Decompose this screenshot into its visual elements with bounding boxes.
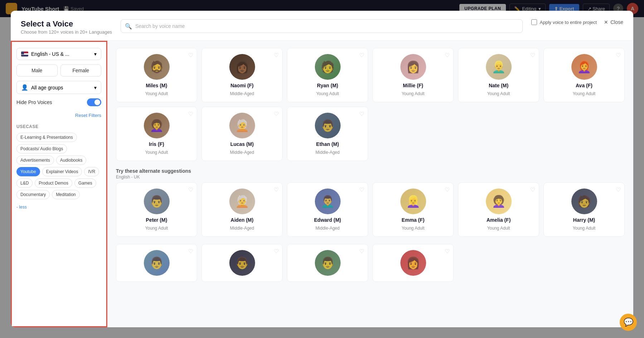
voice-name-naomi: Naomi (F) (230, 83, 254, 88)
voice-avatar-naomi: 👩🏾 (229, 54, 255, 80)
modal-header-right: Apply voice to entire project ✕ Close (531, 19, 624, 25)
voice-card-iris[interactable]: ♡👩‍🦱Iris (F)Young Adult (116, 107, 197, 161)
voice-avatar-amelia: 👩‍🦱 (486, 188, 512, 214)
voice-name-nate: Nate (M) (489, 83, 508, 88)
usecase-tag-audiobooks[interactable]: Audiobooks (56, 156, 87, 165)
usecase-tag-podcasts--audio-blogs[interactable]: Podcasts/ Audio Blogs (16, 144, 67, 153)
usecase-tag-documentary[interactable]: Documentary (16, 190, 50, 199)
heart-button-v3[interactable]: ♡ (359, 248, 364, 255)
heart-button-harry[interactable]: ♡ (616, 186, 621, 193)
voice-card-aiden[interactable]: ♡🧑‍🦳Aiden (M)Middle-Aged (201, 182, 283, 237)
heart-button-ava[interactable]: ♡ (616, 52, 621, 59)
more-voice-grid: ♡👨♡👨♡👨♡👩 (116, 244, 625, 282)
age-icon: 👤 (21, 84, 28, 91)
heart-button-naomi[interactable]: ♡ (274, 52, 279, 59)
heart-button-miles[interactable]: ♡ (188, 52, 193, 59)
close-button[interactable]: ✕ Close (604, 19, 623, 25)
voice-card-v2[interactable]: ♡👨 (201, 244, 283, 282)
suggestions-title: Try these alternate suggestions (116, 168, 625, 174)
usecase-tag-games[interactable]: Games (74, 178, 96, 188)
voice-name-lucas: Lucas (M) (230, 141, 254, 147)
apply-voice-checkbox[interactable] (531, 19, 537, 25)
heart-button-peter[interactable]: ♡ (188, 186, 193, 193)
male-gender-button[interactable]: Male (16, 64, 58, 77)
voice-age-emma: Young Adult (402, 226, 425, 231)
voice-card-miles[interactable]: ♡🧔Miles (M)Young Adult (116, 48, 197, 102)
voice-name-peter: Peter (M) (146, 217, 167, 223)
voice-age-peter: Young Adult (145, 226, 168, 231)
voice-age-iris: Young Adult (145, 150, 168, 155)
usecase-tag-ivr[interactable]: IVR (84, 167, 99, 176)
voice-avatar-harry: 🧑 (571, 188, 597, 214)
voice-card-millie[interactable]: ♡👩Millie (F)Young Adult (372, 48, 454, 102)
voice-card-v4[interactable]: ♡👩 (372, 244, 454, 282)
voice-search-input[interactable] (121, 19, 522, 33)
usecase-tag-advertisements[interactable]: Advertisements (16, 156, 54, 165)
heart-button-emma[interactable]: ♡ (445, 186, 450, 193)
hide-pro-toggle[interactable] (87, 98, 101, 106)
voice-avatar-nate: 👱‍♂️ (486, 54, 512, 80)
reset-filters-link[interactable]: Reset Filters (75, 113, 101, 118)
voice-avatar-ryan: 🧑 (315, 54, 341, 80)
voice-card-ava[interactable]: ♡👩‍🦰Ava (F)Young Adult (543, 48, 625, 102)
voice-age-aiden: Middle-Aged (230, 226, 254, 231)
heart-button-ethan[interactable]: ♡ (359, 111, 364, 117)
age-group-selector[interactable]: 👤 All age groups ▾ (16, 81, 101, 94)
apply-voice-label[interactable]: Apply voice to entire project (531, 19, 597, 25)
less-tags-button[interactable]: - less (16, 203, 27, 211)
usecase-tag-youtube[interactable]: Youtube (16, 167, 40, 176)
voice-card-emma[interactable]: ♡👱‍♀️Emma (F)Young Adult (372, 182, 454, 237)
voice-name-ryan: Ryan (M) (317, 83, 338, 88)
heart-button-aiden[interactable]: ♡ (274, 186, 279, 193)
voice-card-harry[interactable]: ♡🧑Harry (M)Young Adult (543, 182, 625, 237)
chat-bubble-button[interactable]: 💬 (620, 314, 637, 331)
heart-button-v2[interactable]: ♡ (274, 248, 279, 255)
voice-avatar-v2: 👨 (229, 250, 255, 276)
voice-card-nate[interactable]: ♡👱‍♂️Nate (M)Young Adult (458, 48, 539, 102)
voice-card-naomi[interactable]: ♡👩🏾Naomi (F)Middle-Aged (201, 48, 283, 102)
voice-content: ♡🧔Miles (M)Young Adult♡👩🏾Naomi (F)Middle… (107, 41, 633, 327)
usecase-tag-product-demos[interactable]: Product Demos (35, 178, 72, 188)
language-selector[interactable]: English - US & ... ▾ (16, 48, 101, 60)
gender-filter: Male Female (16, 64, 101, 77)
language-label: English - US & ... (31, 51, 69, 57)
usecase-tag-e-learning---presentations[interactable]: E-Learning & Presentations (16, 133, 77, 142)
heart-button-ryan[interactable]: ♡ (359, 52, 364, 59)
voice-card-amelia[interactable]: ♡👩‍🦱Amelia (F)Young Adult (458, 182, 539, 237)
voice-card-edward[interactable]: ♡👨‍🦱Edward (M)Middle-Aged (287, 182, 368, 237)
heart-button-lucas[interactable]: ♡ (274, 111, 279, 117)
heart-button-v4[interactable]: ♡ (445, 248, 450, 255)
usecase-tag-l-d[interactable]: L&D (16, 178, 33, 188)
heart-button-amelia[interactable]: ♡ (530, 186, 535, 193)
heart-button-millie[interactable]: ♡ (445, 52, 450, 59)
voice-name-ava: Ava (F) (576, 83, 592, 88)
usecase-tag-explainer-videos[interactable]: Explainer Videos (42, 167, 82, 176)
voice-card-lucas[interactable]: ♡🧑‍🦳Lucas (M)Middle-Aged (201, 107, 283, 161)
voice-age-ava: Young Adult (573, 91, 596, 96)
heart-button-v1[interactable]: ♡ (188, 248, 193, 255)
heart-button-iris[interactable]: ♡ (188, 111, 193, 117)
voice-avatar-ava: 👩‍🦰 (571, 54, 597, 80)
usecase-tag-meditation[interactable]: Meditation (52, 190, 79, 199)
voice-card-v3[interactable]: ♡👨 (287, 244, 368, 282)
suggestions-lang: English - UK (116, 175, 625, 180)
voice-avatar-edward: 👨‍🦱 (315, 188, 341, 214)
suggestions-voice-grid: ♡👨Peter (M)Young Adult♡🧑‍🦳Aiden (M)Middl… (116, 182, 625, 237)
voice-card-peter[interactable]: ♡👨Peter (M)Young Adult (116, 182, 197, 237)
voice-card-ryan[interactable]: ♡🧑Ryan (M)Young Adult (287, 48, 368, 102)
voice-name-miles: Miles (M) (146, 83, 167, 88)
female-gender-button[interactable]: Female (60, 64, 102, 77)
voice-name-harry: Harry (M) (573, 217, 595, 223)
voice-age-nate: Young Adult (487, 91, 510, 96)
voice-age-ryan: Young Adult (316, 91, 339, 96)
voice-card-v1[interactable]: ♡👨 (116, 244, 197, 282)
voice-card-ethan[interactable]: ♡👨Ethan (M)Middle-Aged (287, 107, 368, 161)
suggestions-header: Try these alternate suggestions English … (116, 168, 625, 180)
voice-avatar-v4: 👩 (400, 250, 426, 276)
voice-age-naomi: Middle-Aged (230, 91, 254, 96)
hide-pro-row: Hide Pro Voices (16, 98, 101, 106)
reset-filters: Reset Filters (16, 112, 101, 118)
voice-age-ethan: Middle-Aged (316, 150, 340, 155)
heart-button-nate[interactable]: ♡ (530, 52, 535, 59)
heart-button-edward[interactable]: ♡ (359, 186, 364, 193)
